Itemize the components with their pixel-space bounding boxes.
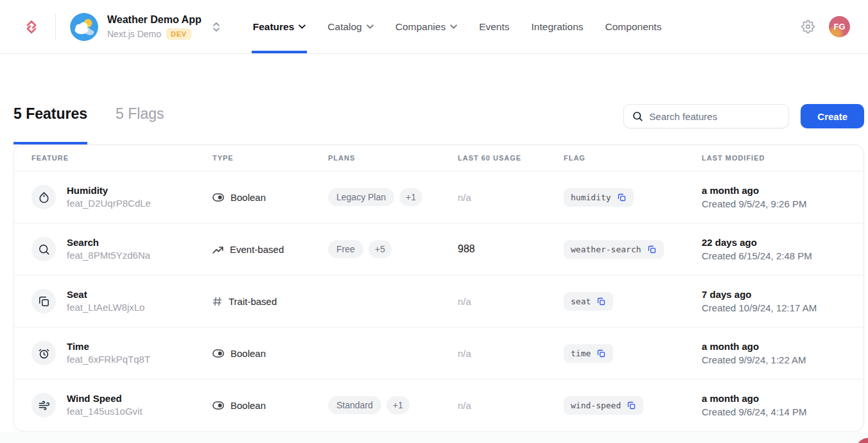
usage-value: n/a — [458, 192, 564, 203]
search-icon — [31, 237, 56, 261]
nav-integrations-label: Integrations — [532, 21, 584, 33]
modified-relative: a month ago — [702, 340, 851, 353]
feature-name: Seat — [67, 288, 144, 301]
col-modified: Last Modified — [702, 154, 851, 162]
wind-icon — [31, 393, 56, 417]
flag-key: time — [571, 349, 591, 358]
flag-key: seat — [571, 297, 591, 306]
col-usage: Last 60 Usage — [458, 154, 564, 162]
flag-key: wind-speed — [571, 401, 621, 410]
gear-icon[interactable] — [801, 20, 815, 33]
feature-type: Boolean — [230, 400, 266, 411]
toggle-icon — [213, 349, 224, 358]
nav-events[interactable]: Events — [479, 0, 509, 53]
feature-name: Humidity — [67, 184, 151, 197]
modified-relative: a month ago — [702, 184, 851, 197]
hash-icon — [213, 297, 222, 306]
feature-id: feat_D2UqrP8CdLe — [67, 197, 151, 210]
table-row-wind-speed[interactable]: Wind Speed feat_145us1oGvit Boolean Stan… — [14, 379, 864, 431]
nav-companies-label: Companies — [395, 21, 446, 33]
app-switcher[interactable]: Weather Demo App Next.js Demo DEV — [107, 13, 202, 40]
copy-icon[interactable] — [647, 245, 657, 254]
table-row-search[interactable]: Search feat_8PMt5Yzd6Na Event-based Free… — [14, 223, 864, 275]
top-navigation-bar: Weather Demo App Next.js Demo DEV Featur… — [0, 0, 868, 54]
trending-up-icon — [213, 245, 223, 254]
nav-catalog-label: Catalog — [327, 21, 361, 33]
flag-pill: wind-speed — [564, 396, 643, 415]
table-row-humidity[interactable]: Humidity feat_D2UqrP8CdLe Boolean Legacy… — [14, 171, 864, 223]
nav-catalog[interactable]: Catalog — [327, 0, 373, 53]
chevron-down-icon — [299, 24, 306, 29]
table-row-time[interactable]: Time feat_6xFRkPqTq8T Boolean n/a time a… — [14, 327, 864, 379]
avatar-initials: FG — [833, 22, 845, 31]
table-header-row: Feature Type Plans Last 60 Usage Flag La… — [14, 145, 864, 171]
copy-icon — [31, 289, 56, 313]
modified-relative: 7 days ago — [702, 288, 851, 301]
feature-id: feat_LtAeLW8jxLo — [67, 301, 144, 314]
env-badge: DEV — [166, 28, 191, 40]
copy-icon[interactable] — [617, 193, 627, 202]
col-feature: Feature — [31, 154, 213, 162]
nav-active-indicator — [252, 51, 308, 53]
tab-features[interactable]: 5 Features — [13, 104, 87, 144]
plan-pill: Legacy Plan — [328, 188, 394, 206]
app-avatar — [70, 13, 98, 41]
flag-pill: weather-search — [564, 240, 664, 259]
features-table: Feature Type Plans Last 60 Usage Flag La… — [13, 144, 864, 431]
modified-created: Created 9/9/24, 1:22 AM — [702, 354, 851, 367]
nav-integrations[interactable]: Integrations — [532, 0, 584, 53]
flag-pill: seat — [564, 292, 613, 311]
nav-components[interactable]: Components — [605, 0, 662, 53]
feature-type: Event-based — [230, 244, 284, 255]
nav-features[interactable]: Features — [253, 0, 306, 53]
flag-pill: humidity — [564, 188, 634, 207]
modified-created: Created 9/6/24, 4:14 PM — [702, 406, 851, 419]
usage-value: n/a — [458, 348, 564, 359]
chevron-down-icon — [367, 24, 374, 29]
feature-name: Wind Speed — [67, 392, 143, 405]
toggle-icon — [213, 193, 224, 202]
tab-flags[interactable]: 5 Flags — [116, 104, 164, 144]
chevrons-up-down-icon[interactable] — [212, 21, 221, 33]
search-input[interactable] — [649, 111, 781, 122]
feature-type: Boolean — [230, 192, 266, 203]
plan-more-pill: +1 — [386, 396, 410, 414]
create-button[interactable]: Create — [801, 104, 864, 128]
col-type: Type — [213, 154, 328, 162]
plan-pill: Free — [328, 240, 363, 258]
feature-id: feat_145us1oGvit — [67, 405, 143, 418]
modified-created: Created 6/15/24, 2:48 PM — [702, 250, 851, 263]
app-title: Weather Demo App — [107, 13, 202, 26]
modified-relative: a month ago — [702, 392, 851, 405]
usage-value: n/a — [458, 296, 564, 307]
feature-type: Boolean — [230, 348, 266, 359]
nav-companies[interactable]: Companies — [395, 0, 457, 53]
user-avatar[interactable]: FG — [829, 16, 850, 37]
plan-more-pill: +1 — [399, 188, 422, 206]
alarm-clock-icon — [31, 341, 56, 365]
plan-more-pill: +5 — [369, 240, 392, 258]
modified-created: Created 9/5/24, 9:26 PM — [702, 198, 851, 211]
nav-components-label: Components — [605, 21, 662, 33]
feature-id: feat_8PMt5Yzd6Na — [67, 249, 150, 262]
search-box[interactable] — [623, 104, 789, 128]
page-footer-background — [0, 432, 868, 443]
droplet-icon — [31, 185, 56, 209]
nav-events-label: Events — [479, 21, 509, 33]
main-nav: Features Catalog Companies Events Integr… — [253, 0, 662, 53]
nav-features-label: Features — [253, 21, 295, 33]
flag-key: weather-search — [571, 245, 641, 254]
page-header-row: 5 Features 5 Flags Create — [0, 54, 868, 144]
plan-pill: Standard — [328, 396, 381, 414]
schematic-logo-icon[interactable] — [22, 16, 41, 38]
flag-pill: time — [564, 344, 613, 363]
app-subtitle: Next.js Demo — [107, 29, 161, 39]
table-row-seat[interactable]: Seat feat_LtAeLW8jxLo Trait-based n/a se… — [14, 275, 864, 327]
copy-icon[interactable] — [596, 349, 606, 358]
search-icon — [632, 110, 643, 122]
copy-icon[interactable] — [627, 401, 636, 410]
modified-relative: 22 days ago — [702, 236, 851, 249]
modified-created: Created 10/9/24, 12:17 AM — [702, 302, 851, 315]
divider — [55, 14, 56, 40]
copy-icon[interactable] — [596, 297, 606, 306]
